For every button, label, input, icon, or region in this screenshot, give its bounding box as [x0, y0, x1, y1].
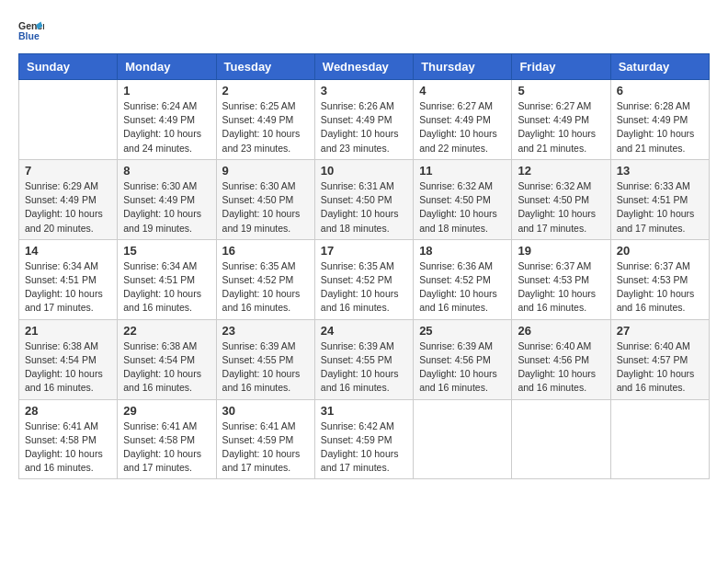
day-number: 24	[321, 324, 407, 338]
day-number: 27	[617, 324, 703, 338]
calendar-row-2: 14Sunrise: 6:34 AM Sunset: 4:51 PM Dayli…	[19, 239, 710, 319]
calendar-cell: 14Sunrise: 6:34 AM Sunset: 4:51 PM Dayli…	[19, 239, 118, 319]
calendar-cell: 26Sunrise: 6:40 AM Sunset: 4:56 PM Dayli…	[512, 319, 610, 399]
calendar-cell: 20Sunrise: 6:37 AM Sunset: 4:53 PM Dayli…	[610, 239, 709, 319]
header-wednesday: Wednesday	[314, 54, 413, 80]
day-info: Sunrise: 6:34 AM Sunset: 4:51 PM Dayligh…	[123, 259, 210, 316]
calendar-cell: 29Sunrise: 6:41 AM Sunset: 4:58 PM Dayli…	[118, 399, 216, 479]
calendar-cell: 16Sunrise: 6:35 AM Sunset: 4:52 PM Dayli…	[216, 239, 314, 319]
calendar-cell: 1Sunrise: 6:24 AM Sunset: 4:49 PM Daylig…	[118, 80, 216, 160]
calendar-cell: 15Sunrise: 6:34 AM Sunset: 4:51 PM Dayli…	[118, 239, 216, 319]
day-info: Sunrise: 6:35 AM Sunset: 4:52 PM Dayligh…	[321, 259, 407, 316]
day-info: Sunrise: 6:30 AM Sunset: 4:50 PM Dayligh…	[222, 179, 309, 236]
day-number: 8	[123, 164, 210, 178]
calendar-cell: 9Sunrise: 6:30 AM Sunset: 4:50 PM Daylig…	[216, 159, 314, 239]
calendar-cell: 25Sunrise: 6:39 AM Sunset: 4:56 PM Dayli…	[414, 319, 512, 399]
day-number: 10	[321, 164, 407, 178]
calendar-cell: 6Sunrise: 6:28 AM Sunset: 4:49 PM Daylig…	[610, 80, 709, 160]
header-friday: Friday	[512, 54, 610, 80]
day-info: Sunrise: 6:41 AM Sunset: 4:58 PM Dayligh…	[123, 419, 210, 476]
day-info: Sunrise: 6:37 AM Sunset: 4:53 PM Dayligh…	[617, 259, 703, 316]
day-number: 15	[123, 244, 210, 258]
day-number: 3	[321, 84, 407, 98]
header-sunday: Sunday	[19, 54, 118, 80]
day-info: Sunrise: 6:39 AM Sunset: 4:55 PM Dayligh…	[321, 339, 407, 396]
header-thursday: Thursday	[414, 54, 512, 80]
day-info: Sunrise: 6:38 AM Sunset: 4:54 PM Dayligh…	[123, 339, 210, 396]
logo: General Blue	[18, 18, 48, 44]
header-monday: Monday	[118, 54, 216, 80]
calendar-cell	[414, 399, 512, 479]
day-info: Sunrise: 6:41 AM Sunset: 4:59 PM Dayligh…	[222, 419, 309, 476]
day-number: 22	[123, 324, 210, 338]
day-number: 14	[25, 244, 111, 258]
day-info: Sunrise: 6:29 AM Sunset: 4:49 PM Dayligh…	[25, 179, 111, 236]
day-info: Sunrise: 6:38 AM Sunset: 4:54 PM Dayligh…	[25, 339, 111, 396]
day-number: 26	[518, 324, 604, 338]
day-number: 21	[25, 324, 111, 338]
day-number: 17	[321, 244, 407, 258]
day-number: 23	[222, 324, 309, 338]
day-number: 9	[222, 164, 309, 178]
day-info: Sunrise: 6:27 AM Sunset: 4:49 PM Dayligh…	[419, 99, 506, 155]
calendar-cell	[512, 399, 610, 479]
day-info: Sunrise: 6:42 AM Sunset: 4:59 PM Dayligh…	[321, 419, 407, 476]
calendar-cell: 17Sunrise: 6:35 AM Sunset: 4:52 PM Dayli…	[314, 239, 413, 319]
day-number: 1	[123, 84, 210, 98]
calendar-cell: 27Sunrise: 6:40 AM Sunset: 4:57 PM Dayli…	[610, 319, 709, 399]
day-number: 29	[123, 404, 210, 418]
day-number: 16	[222, 244, 309, 258]
day-info: Sunrise: 6:40 AM Sunset: 4:56 PM Dayligh…	[518, 339, 604, 396]
day-info: Sunrise: 6:33 AM Sunset: 4:51 PM Dayligh…	[617, 179, 703, 236]
calendar-cell: 23Sunrise: 6:39 AM Sunset: 4:55 PM Dayli…	[216, 319, 314, 399]
day-number: 28	[25, 404, 111, 418]
day-number: 13	[617, 164, 703, 178]
header-tuesday: Tuesday	[216, 54, 314, 80]
calendar-cell: 19Sunrise: 6:37 AM Sunset: 4:53 PM Dayli…	[512, 239, 610, 319]
calendar-cell: 8Sunrise: 6:30 AM Sunset: 4:49 PM Daylig…	[118, 159, 216, 239]
day-number: 20	[617, 244, 703, 258]
day-number: 2	[222, 84, 309, 98]
day-info: Sunrise: 6:34 AM Sunset: 4:51 PM Dayligh…	[25, 259, 111, 316]
calendar-cell: 21Sunrise: 6:38 AM Sunset: 4:54 PM Dayli…	[19, 319, 118, 399]
calendar-cell: 2Sunrise: 6:25 AM Sunset: 4:49 PM Daylig…	[216, 80, 314, 160]
day-number: 18	[419, 244, 506, 258]
calendar-row-0: 1Sunrise: 6:24 AM Sunset: 4:49 PM Daylig…	[19, 80, 710, 160]
day-number: 5	[518, 84, 604, 98]
day-info: Sunrise: 6:24 AM Sunset: 4:49 PM Dayligh…	[123, 99, 210, 155]
calendar-cell: 24Sunrise: 6:39 AM Sunset: 4:55 PM Dayli…	[314, 319, 413, 399]
day-info: Sunrise: 6:30 AM Sunset: 4:49 PM Dayligh…	[123, 179, 210, 236]
day-info: Sunrise: 6:28 AM Sunset: 4:49 PM Dayligh…	[617, 99, 703, 155]
calendar-cell	[610, 399, 709, 479]
calendar-cell	[19, 80, 118, 160]
calendar-cell: 7Sunrise: 6:29 AM Sunset: 4:49 PM Daylig…	[19, 159, 118, 239]
calendar-cell: 18Sunrise: 6:36 AM Sunset: 4:52 PM Dayli…	[414, 239, 512, 319]
calendar-cell: 31Sunrise: 6:42 AM Sunset: 4:59 PM Dayli…	[314, 399, 413, 479]
calendar-cell: 30Sunrise: 6:41 AM Sunset: 4:59 PM Dayli…	[216, 399, 314, 479]
day-info: Sunrise: 6:39 AM Sunset: 4:56 PM Dayligh…	[419, 339, 506, 396]
calendar-row-4: 28Sunrise: 6:41 AM Sunset: 4:58 PM Dayli…	[19, 399, 710, 479]
calendar-row-1: 7Sunrise: 6:29 AM Sunset: 4:49 PM Daylig…	[19, 159, 710, 239]
day-info: Sunrise: 6:35 AM Sunset: 4:52 PM Dayligh…	[222, 259, 309, 316]
day-info: Sunrise: 6:27 AM Sunset: 4:49 PM Dayligh…	[518, 99, 604, 155]
day-info: Sunrise: 6:31 AM Sunset: 4:50 PM Dayligh…	[321, 179, 407, 236]
day-number: 19	[518, 244, 604, 258]
calendar-header-row: SundayMondayTuesdayWednesdayThursdayFrid…	[19, 54, 710, 80]
day-info: Sunrise: 6:25 AM Sunset: 4:49 PM Dayligh…	[222, 99, 309, 155]
calendar: SundayMondayTuesdayWednesdayThursdayFrid…	[18, 53, 710, 479]
day-info: Sunrise: 6:32 AM Sunset: 4:50 PM Dayligh…	[419, 179, 506, 236]
header-saturday: Saturday	[610, 54, 709, 80]
day-number: 4	[419, 84, 506, 98]
day-number: 12	[518, 164, 604, 178]
calendar-cell: 28Sunrise: 6:41 AM Sunset: 4:58 PM Dayli…	[19, 399, 118, 479]
day-number: 11	[419, 164, 506, 178]
calendar-row-3: 21Sunrise: 6:38 AM Sunset: 4:54 PM Dayli…	[19, 319, 710, 399]
calendar-cell: 11Sunrise: 6:32 AM Sunset: 4:50 PM Dayli…	[414, 159, 512, 239]
day-info: Sunrise: 6:37 AM Sunset: 4:53 PM Dayligh…	[518, 259, 604, 316]
day-info: Sunrise: 6:36 AM Sunset: 4:52 PM Dayligh…	[419, 259, 506, 316]
svg-text:Blue: Blue	[18, 30, 40, 41]
calendar-cell: 3Sunrise: 6:26 AM Sunset: 4:49 PM Daylig…	[314, 80, 413, 160]
day-number: 25	[419, 324, 506, 338]
calendar-cell: 10Sunrise: 6:31 AM Sunset: 4:50 PM Dayli…	[314, 159, 413, 239]
header-section: General Blue	[18, 18, 710, 44]
